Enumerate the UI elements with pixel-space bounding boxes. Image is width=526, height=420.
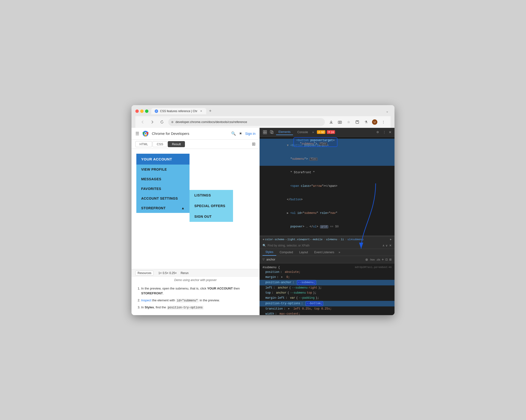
search-up-arrow[interactable]: ∧ (382, 244, 384, 247)
breadcrumb-item-2[interactable]: ul#menu (326, 238, 337, 241)
rerun-button[interactable]: Rerun (181, 271, 189, 275)
mult-1x-button[interactable]: 1× (158, 271, 162, 275)
mult-025x-button[interactable]: 0.25× (170, 271, 177, 275)
storefront-item[interactable]: STOREFRONT ▲ (136, 203, 190, 213)
html-line-6[interactable]: ▶ <ul id="submenu" role="nav" (260, 206, 394, 220)
html-line-7[interactable]: popover> … </ul> grid == $0 (260, 220, 394, 233)
search-icon-dt: 🔍 (263, 244, 266, 247)
search-icon[interactable]: 🔍 (231, 131, 236, 136)
breadcrumb-forward-arrow[interactable]: ► (390, 238, 392, 241)
window-menu-button[interactable]: ⌄ (384, 109, 391, 113)
css-prop-position-try-options: position-try-options: --bottom; (260, 301, 394, 306)
elements-tab[interactable]: Elements (276, 129, 293, 135)
account-settings-item[interactable]: ACCOUNT SETTINGS (136, 194, 190, 203)
profile-avatar[interactable]: U (371, 119, 378, 125)
mult-05x-button[interactable]: 0.5× (163, 271, 169, 275)
browser-tab[interactable]: CSS features reference | Chr ✕ (151, 108, 206, 114)
class-toggle[interactable]: .cls (376, 258, 380, 261)
forward-button[interactable] (149, 119, 156, 125)
more-tabs-button[interactable]: » (312, 130, 314, 134)
new-rule-icon[interactable]: ⊞ (389, 258, 392, 261)
breadcrumb-arrow[interactable]: ◄ (263, 238, 264, 241)
event-listeners-tab[interactable]: Event Listeners (311, 249, 337, 255)
css-source: mdYdpOM?ani…pe=embed:46 (355, 266, 392, 269)
camera-icon[interactable] (336, 119, 343, 125)
styles-tab[interactable]: Styles (263, 249, 276, 256)
computed-tab[interactable]: Computed (277, 249, 296, 255)
bookmark-icon[interactable]: ☆ (345, 119, 352, 125)
traffic-lights (135, 110, 148, 113)
hover-toggle[interactable]: :hov (370, 258, 375, 261)
tab-close-button[interactable]: ✕ (199, 110, 203, 113)
html-line-3[interactable]: " Storefront " (260, 166, 394, 179)
filter-input[interactable] (266, 258, 303, 261)
listings-item[interactable]: LISTINGS (190, 190, 233, 200)
filter-icon: ▽ (263, 258, 264, 261)
back-button[interactable] (139, 119, 146, 125)
view-profile-item[interactable]: VIEW PROFILE (136, 165, 190, 174)
css-area: #submenu { mdYdpOM?ani…pe=embed:46 posit… (260, 263, 394, 315)
dt-badges: ⚠ 92 ✕ 24 (317, 130, 335, 134)
console-tab[interactable]: Console (295, 130, 310, 135)
close-traffic-light[interactable] (135, 110, 139, 113)
result-tab[interactable]: Result (168, 141, 185, 147)
devtools-toolbar: Elements Console » ⚠ 92 ✕ 24 ⚙ ⋮ ✕ (260, 128, 394, 137)
search-down-arrow[interactable]: ∨ (385, 244, 388, 247)
layout-tab[interactable]: Layout (296, 249, 311, 255)
nav-bar: ⊕ developer.chrome.com/docs/devtools/css… (135, 116, 391, 128)
filter-clear-button[interactable]: ⊗ (365, 258, 368, 261)
settings-gear-icon[interactable]: ⚙ (375, 130, 380, 135)
labs-icon[interactable]: ⚗ (363, 119, 369, 125)
favorites-item[interactable]: FAVORITES (136, 184, 190, 194)
menu-items: VIEW PROFILE MESSAGES FAVORITES ACCOUNT … (136, 165, 190, 213)
demo-caption: Demo using anchor with popover (132, 277, 259, 283)
extensions-icon[interactable] (354, 119, 361, 125)
address-bar[interactable]: ⊕ developer.chrome.com/docs/devtools/css… (168, 118, 325, 126)
device-toggle-icon[interactable] (269, 130, 274, 135)
svg-rect-3 (338, 121, 342, 123)
download-icon[interactable] (328, 119, 334, 125)
chrome-logo-icon (142, 130, 149, 137)
more-styles-tabs[interactable]: » (339, 250, 340, 254)
inspect-element-icon[interactable] (263, 130, 267, 135)
devtools-close-button[interactable]: ✕ (389, 130, 392, 134)
chrome-favicon-icon (155, 110, 158, 113)
resources-label[interactable]: Resources (135, 271, 153, 276)
breadcrumb-item-1[interactable]: color-scheme--light.viewport--mobile (265, 238, 323, 241)
copy-styles-icon[interactable]: ⊡ (385, 258, 388, 261)
theme-toggle-icon[interactable]: ☀ (239, 131, 242, 136)
settings-icon[interactable]: ⊞ (252, 141, 255, 147)
minimize-traffic-light[interactable] (140, 110, 144, 113)
special-offers-item[interactable]: SPECIAL OFFERS (190, 200, 233, 211)
webpage-panel: ☰ Chrome for Developers 🔍 ☀ Sign in (132, 128, 260, 315)
more-options-icon[interactable]: ⋮ (382, 130, 387, 135)
devtools-panel: Elements Console » ⚠ 92 ✕ 24 ⚙ ⋮ ✕ ▼ < (260, 128, 394, 315)
add-style-button[interactable]: + (382, 257, 384, 262)
html-panel: ▼ <button popovertarget= "submenu"> flex… (260, 137, 394, 235)
main-area: ☰ Chrome for Developers 🔍 ☀ Sign in (132, 128, 394, 315)
html-line-5[interactable]: </button> (260, 193, 394, 206)
maximize-traffic-light[interactable] (145, 110, 148, 113)
instruction-1: In the preview, open the submenu, that i… (141, 286, 254, 296)
sign-out-item[interactable]: SIGN OUT (190, 211, 233, 222)
menu-button[interactable]: ⋮ (380, 119, 387, 125)
new-tab-button[interactable]: + (207, 109, 214, 114)
html-tab[interactable]: HTML (135, 141, 152, 147)
your-account-button[interactable]: YOUR ACCOUNT (136, 154, 190, 165)
styles-tabs: Styles Computed Layout Event Listeners » (260, 249, 394, 256)
search-input-dt[interactable] (268, 244, 381, 247)
svg-rect-12 (263, 132, 265, 134)
breadcrumb-item-4[interactable]: ul#submenu (348, 238, 364, 241)
svg-point-4 (339, 121, 341, 123)
css-tab[interactable]: CSS (152, 141, 167, 147)
sign-in-link[interactable]: Sign in (245, 132, 255, 136)
html-line-4[interactable]: <span class="arrow"></span> (260, 179, 394, 193)
refresh-button[interactable] (159, 119, 165, 125)
search-close-button[interactable]: ✕ (389, 244, 392, 247)
security-icon: ⊕ (171, 120, 173, 124)
messages-item[interactable]: MESSAGES (136, 174, 190, 184)
html-line-2[interactable]: "submenu"> flex (260, 152, 394, 166)
hamburger-menu-icon[interactable]: ☰ (135, 131, 139, 136)
breadcrumb-item-3[interactable]: li (341, 238, 344, 241)
svg-rect-5 (356, 120, 359, 123)
